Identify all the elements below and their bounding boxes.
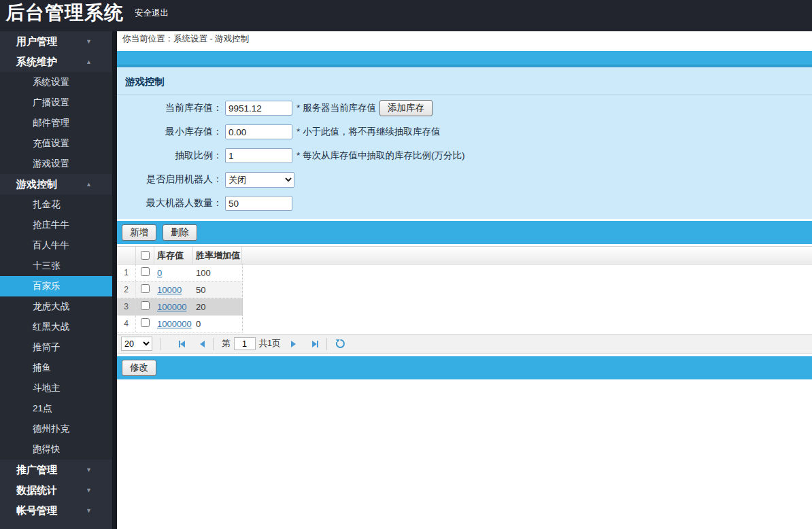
row-checkbox[interactable] [141, 284, 150, 293]
game-control-submenu: 扎金花 抢庄牛牛 百人牛牛 十三张 百家乐 龙虎大战 红黑大战 推筒子 捕鱼 斗… [0, 194, 112, 460]
sidebar-item-promotion-management[interactable]: 推广管理 ▼ [0, 460, 112, 480]
row-checkbox[interactable] [141, 267, 150, 276]
sidebar-item-zhajinhua[interactable]: 扎金花 [0, 194, 112, 215]
sidebar-item-user-management[interactable]: 用户管理 ▼ [0, 31, 112, 52]
chevron-down-icon: ▼ [86, 500, 92, 521]
sidebar-item-broadcast-settings[interactable]: 广播设置 [0, 92, 112, 113]
draw-ratio-row: 抽取比例： * 每次从库存值中抽取的库存比例(万分比) [117, 148, 812, 163]
page-prefix-label: 第 [222, 338, 231, 349]
refresh-icon[interactable] [335, 339, 345, 349]
sidebar-item-mail-management[interactable]: 邮件管理 [0, 113, 112, 133]
sidebar-item-21dian[interactable]: 21点 [0, 398, 112, 419]
min-stock-row: 最小库存值： * 小于此值，将不再继续抽取库存值 [117, 124, 812, 139]
grid-toolbar: 新增 删除 [117, 221, 812, 244]
table-row: 4 1000000 0 [117, 315, 243, 332]
sidebar-item-system-maintenance[interactable]: 系统维护 ▲ [0, 52, 112, 72]
pager-bar: 20 第 共1页 [117, 334, 812, 354]
row-index: 2 [117, 281, 136, 298]
app-title: 后台管理系统 [0, 0, 124, 26]
game-control-form: 当前库存值： * 服务器当前库存值 添加库存 最小库存值： * 小于此值，将不再… [117, 95, 812, 211]
sidebar-item-paodekuai[interactable]: 跑得快 [0, 439, 112, 460]
grid-header-win-rate-add: 胜率增加值 [193, 247, 242, 264]
sidebar-item-system-settings[interactable]: 系统设置 [0, 72, 112, 92]
first-page-icon[interactable] [179, 341, 185, 347]
draw-ratio-label: 抽取比例： [117, 150, 222, 162]
robot-enable-label: 是否启用机器人： [117, 173, 222, 186]
sidebar-divider [112, 31, 117, 529]
sidebar-item-doudizhu[interactable]: 斗地主 [0, 378, 112, 398]
sidebar-item-game-settings[interactable]: 游戏设置 [0, 154, 112, 174]
draw-ratio-note: * 每次从库存值中抽取的库存比例(万分比) [297, 150, 465, 162]
sidebar-item-game-control[interactable]: 游戏控制 ▲ [0, 174, 112, 194]
system-maintenance-submenu: 系统设置 广播设置 邮件管理 充值设置 游戏设置 [0, 72, 112, 174]
table-row: 3 100000 20 [117, 298, 243, 315]
win-rate-add-value: 50 [193, 285, 242, 295]
stock-value-link[interactable]: 10000 [157, 285, 182, 295]
game-control-panel: 游戏控制 当前库存值： * 服务器当前库存值 添加库存 最小库存值： * 小于此… [117, 67, 812, 219]
grid-header-index [117, 247, 136, 264]
page-size-select[interactable]: 20 [121, 337, 152, 351]
select-all-checkbox[interactable] [141, 251, 150, 260]
page-number-input[interactable] [234, 337, 256, 350]
table-row: 2 10000 50 [117, 281, 243, 298]
section-header-bar [117, 51, 812, 67]
stock-value-link[interactable]: 1000000 [157, 319, 192, 329]
sidebar-item-dezhoupuke[interactable]: 德州扑克 [0, 419, 112, 439]
current-stock-note: * 服务器当前库存值 [297, 102, 376, 114]
sidebar-item-longhudazhan[interactable]: 龙虎大战 [0, 296, 112, 317]
chevron-down-icon: ▼ [86, 480, 92, 500]
win-rate-add-value: 100 [193, 268, 242, 278]
add-row-button[interactable]: 新增 [122, 224, 156, 241]
logout-link[interactable]: 安全退出 [135, 7, 169, 19]
sidebar-item-qiangzhuangniuniu[interactable]: 抢庄牛牛 [0, 215, 112, 235]
grid-header-stock-value: 库存值 [154, 247, 193, 264]
sidebar-item-recharge-settings[interactable]: 充值设置 [0, 133, 112, 154]
row-index: 3 [117, 298, 136, 315]
sidebar-item-baijiale-active[interactable]: 百家乐 [0, 276, 112, 296]
content-area: 你当前位置：系统设置 - 游戏控制 游戏控制 当前库存值： * 服务器当前库存值… [117, 31, 812, 529]
add-stock-button[interactable]: 添加库存 [379, 100, 433, 116]
sidebar-item-buyu[interactable]: 捕鱼 [0, 358, 112, 378]
pager-separator [326, 338, 327, 350]
min-stock-label: 最小库存值： [117, 126, 222, 138]
stock-value-link[interactable]: 100000 [157, 302, 186, 312]
win-rate-add-value: 20 [193, 302, 242, 312]
delete-row-button[interactable]: 删除 [163, 224, 197, 241]
sidebar: 用户管理 ▼ 系统维护 ▲ 系统设置 广播设置 邮件管理 充值设置 游戏设置 游… [0, 31, 112, 529]
row-checkbox[interactable] [141, 301, 150, 310]
page-total-label: 共1页 [259, 338, 281, 349]
next-page-icon[interactable] [291, 341, 296, 347]
row-checkbox[interactable] [141, 318, 150, 327]
sidebar-item-account-management[interactable]: 帐号管理 ▼ [0, 500, 112, 521]
robot-enable-select[interactable]: 关闭 [225, 172, 294, 188]
footer-action-bar: 修改 [117, 356, 812, 379]
chevron-up-icon: ▲ [86, 52, 92, 72]
row-index: 4 [117, 315, 136, 332]
pager-separator [160, 338, 161, 350]
win-rate-add-value: 0 [193, 319, 242, 329]
max-robot-label: 最大机器人数量： [117, 197, 222, 209]
min-stock-note: * 小于此值，将不再继续抽取库存值 [297, 126, 441, 138]
topbar: 后台管理系统 安全退出 [0, 0, 812, 31]
page-title: 游戏控制 [117, 67, 812, 95]
sidebar-item-bairenniuniu[interactable]: 百人牛牛 [0, 235, 112, 256]
sidebar-item-hongheidazhan[interactable]: 红黑大战 [0, 317, 112, 337]
breadcrumb: 你当前位置：系统设置 - 游戏控制 [117, 31, 812, 47]
last-page-icon[interactable] [312, 341, 318, 347]
current-stock-input[interactable] [225, 101, 292, 116]
sidebar-item-data-statistics[interactable]: 数据统计 ▼ [0, 480, 112, 500]
row-index: 1 [117, 264, 136, 281]
sidebar-item-shisanzhang[interactable]: 十三张 [0, 256, 112, 276]
current-stock-row: 当前库存值： * 服务器当前库存值 添加库存 [117, 101, 812, 116]
modify-button[interactable]: 修改 [122, 360, 156, 376]
chevron-down-icon: ▼ [86, 460, 92, 480]
pager-separator [213, 338, 214, 350]
min-stock-input[interactable] [225, 124, 292, 139]
draw-ratio-input[interactable] [225, 148, 292, 163]
grid-header-filler [242, 247, 812, 264]
stock-value-link[interactable]: 0 [157, 268, 162, 278]
prev-page-icon[interactable] [200, 341, 205, 347]
sidebar-item-tuitongzi[interactable]: 推筒子 [0, 337, 112, 358]
robot-enable-row: 是否启用机器人： 关闭 [117, 172, 812, 187]
max-robot-input[interactable] [225, 196, 292, 211]
